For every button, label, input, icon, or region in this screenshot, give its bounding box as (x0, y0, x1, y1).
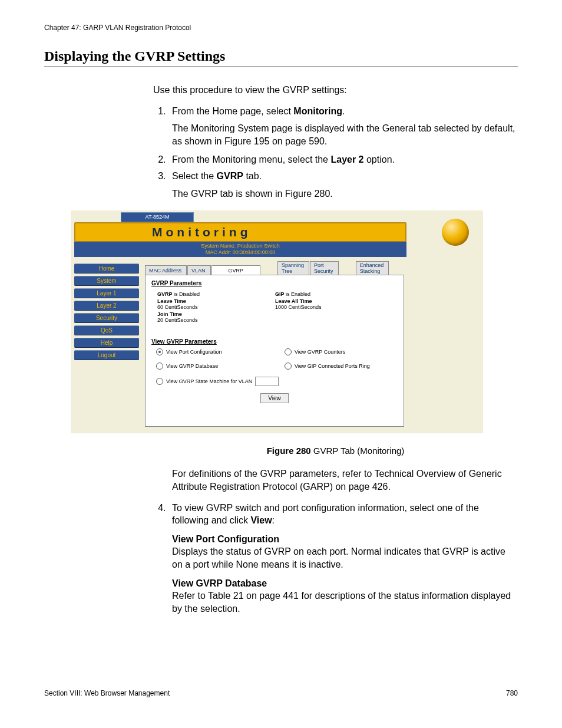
option-label: View GVRP Counters (295, 349, 345, 355)
sidebar-item-home[interactable]: Home (74, 263, 139, 274)
step-1-text-a: From the Home page, select (172, 106, 293, 116)
tab-gvrp[interactable]: GVRP (211, 265, 261, 275)
monitoring-title-bar: Monitoring (74, 222, 406, 242)
sidebar-item-system[interactable]: System (74, 276, 139, 286)
gvrp-parameters-title: GVRP Parameters (151, 280, 404, 286)
option-label: View GVRP State Machine for VLAN (166, 378, 252, 384)
def-view-gvrp-database-body: Refer to Table 21 on page 441 for descri… (172, 589, 518, 615)
radio-icon[interactable] (156, 363, 163, 370)
step-3: Select the GVRP tab. The GVRP tab is sho… (168, 170, 518, 200)
option-view-port-config[interactable]: View Port Configuration (156, 348, 285, 355)
param-gip-status: GIP is Enabled (275, 291, 393, 297)
model-badge: AT-8524M (121, 212, 194, 222)
option-view-gip-connected-ports[interactable]: View GIP Connected Ports Ring (285, 363, 370, 370)
option-label: View GVRP Database (166, 363, 218, 369)
gvrp-panel: GVRP Parameters GVRP is Disabled Leave T… (145, 275, 404, 427)
after-figure-paragraph: For definitions of the GVRP parameters, … (172, 467, 518, 493)
sidebar-item-layer2[interactable]: Layer 2 (74, 301, 139, 311)
section-title: Displaying the GVRP Settings (44, 48, 518, 67)
option-view-gvrp-counters[interactable]: View GVRP Counters (285, 348, 345, 355)
def-view-port-config-body: Displays the status of GVRP on each port… (172, 545, 518, 571)
sidebar-item-security[interactable]: Security (74, 313, 139, 323)
option-label: View Port Configuration (166, 349, 222, 355)
tab-mac-address[interactable]: MAC Address (145, 265, 187, 275)
view-button[interactable]: View (260, 393, 289, 403)
step-3-bold: GVRP (217, 171, 243, 181)
sidebar-nav: Home System Layer 1 Layer 2 Security QoS… (74, 263, 139, 363)
param-gvrp-status: GVRP is Disabled (157, 291, 275, 297)
param-join-time: Join Time20 CentiSeconds (157, 311, 275, 323)
mac-addr-line: MAC Addr: 00:30:84:00:00:00 (74, 249, 406, 256)
system-info-bar: System Name: Production Switch MAC Addr:… (74, 242, 406, 257)
param-leave-time: Leave Time60 CentiSeconds (157, 298, 275, 310)
intro-paragraph: Use this procedure to view the GVRP sett… (153, 84, 518, 97)
step-3-subpara: The GVRP tab is shown in Figure 280. (172, 187, 518, 200)
radio-icon[interactable] (285, 363, 292, 370)
view-gvrp-parameters-title: View GVRP Parameters (151, 338, 404, 345)
tab-spanning-tree[interactable]: Spanning Tree (277, 261, 309, 275)
def-view-gvrp-database-title: View GVRP Database (172, 577, 518, 590)
step-1-bold: Monitoring (293, 106, 342, 116)
step-4-text-c: : (272, 515, 275, 525)
param-leave-all-time: Leave All Time1000 CentiSeconds (275, 298, 393, 310)
def-view-port-config-title: View Port Configuration (172, 533, 518, 546)
sidebar-item-logout[interactable]: Logout (74, 350, 139, 360)
option-label: View GIP Connected Ports Ring (295, 363, 370, 369)
radio-icon[interactable] (285, 348, 292, 355)
footer-section: Section VIII: Web Browser Management (44, 689, 170, 697)
step-2-bold: Layer 2 (330, 154, 363, 164)
logo-icon (442, 219, 469, 246)
footer-page-number: 780 (506, 689, 518, 697)
option-view-state-machine[interactable]: View GVRP State Machine for VLAN (156, 377, 285, 386)
step-4-text-a: To view GVRP switch and port configurati… (172, 503, 479, 526)
option-view-gvrp-database[interactable]: View GVRP Database (156, 363, 285, 370)
step-1: From the Home page, select Monitoring. T… (168, 105, 518, 148)
step-2-text-a: From the Monitoring menu, select the (172, 154, 330, 164)
tab-vlan[interactable]: VLAN (187, 265, 211, 275)
step-3-text-c: tab. (243, 171, 262, 181)
figure-caption-text: GVRP Tab (Monitoring) (311, 446, 405, 456)
sidebar-item-layer1[interactable]: Layer 1 (74, 288, 139, 298)
step-4-bold: View (250, 515, 272, 525)
step-2-text-c: option. (364, 154, 395, 164)
tab-row: MAC Address VLAN GVRP Spanning Tree Port… (145, 261, 389, 275)
vlan-input[interactable] (255, 377, 279, 386)
step-1-text-c: . (342, 106, 345, 116)
radio-icon[interactable] (156, 378, 163, 385)
radio-icon[interactable] (156, 348, 163, 355)
chapter-header: Chapter 47: GARP VLAN Registration Proto… (44, 24, 518, 32)
step-4: To view GVRP switch and port configurati… (168, 502, 518, 615)
sidebar-item-qos[interactable]: QoS (74, 325, 139, 335)
step-3-text-a: Select the (172, 171, 217, 181)
figure-280-screenshot: AT-8524M Monitoring System Name: Product… (71, 210, 483, 433)
tab-port-security[interactable]: Port Security (310, 261, 339, 275)
step-1-subpara: The Monitoring System page is displayed … (172, 122, 518, 147)
system-name-line: System Name: Production Switch (74, 243, 406, 249)
step-2: From the Monitoring menu, select the Lay… (168, 153, 518, 166)
figure-caption: Figure 280 GVRP Tab (Monitoring) (153, 445, 518, 457)
figure-caption-number: Figure 280 (267, 446, 311, 456)
tab-enhanced-stacking[interactable]: Enhanced Stacking (356, 261, 389, 275)
sidebar-item-help[interactable]: Help (74, 338, 139, 348)
